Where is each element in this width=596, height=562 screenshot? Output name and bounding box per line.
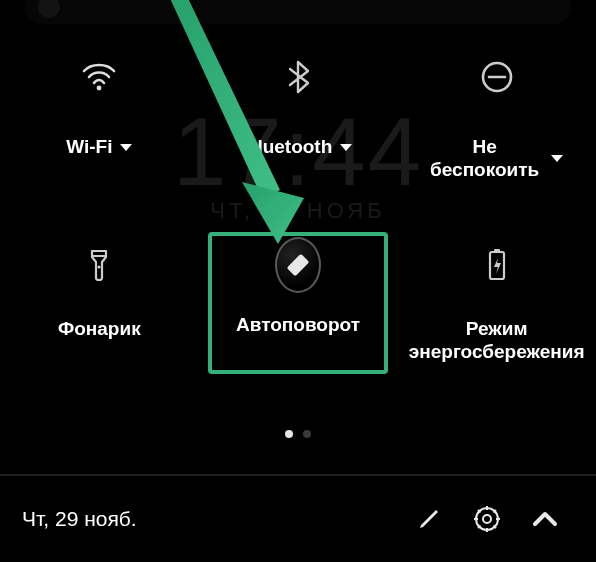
qs-tile-label: Фонарик bbox=[58, 318, 141, 341]
page-dot bbox=[285, 430, 293, 438]
google-g-icon bbox=[38, 0, 60, 18]
qs-tile-wifi[interactable]: Wi-Fi bbox=[5, 40, 193, 210]
qs-tile-battery-saver[interactable]: Режим энергосбережения bbox=[403, 210, 591, 380]
qs-tile-label: Не беспокоить bbox=[430, 136, 539, 182]
qs-tile-label: Автоповорот bbox=[236, 314, 360, 337]
google-search-bar[interactable] bbox=[24, 0, 572, 24]
qs-tile-flashlight[interactable]: Фонарик bbox=[5, 210, 193, 380]
flashlight-icon bbox=[76, 242, 122, 288]
qs-tile-label: Wi-Fi bbox=[66, 136, 112, 159]
svg-point-4 bbox=[98, 265, 101, 268]
collapse-button[interactable] bbox=[516, 510, 574, 528]
qs-tile-label: Режим энергосбережения bbox=[409, 318, 585, 364]
qs-footer: Чт, 29 нояб. bbox=[0, 476, 596, 562]
edit-button[interactable] bbox=[400, 507, 458, 531]
wifi-icon bbox=[76, 54, 122, 100]
svg-rect-5 bbox=[287, 254, 310, 277]
footer-date[interactable]: Чт, 29 нояб. bbox=[22, 507, 400, 531]
dnd-icon bbox=[474, 54, 520, 100]
qs-tile-autorotate[interactable]: Автоповорот bbox=[204, 210, 392, 380]
qs-tile-dnd[interactable]: Не беспокоить bbox=[403, 40, 591, 210]
pencil-icon bbox=[417, 507, 441, 531]
svg-point-11 bbox=[483, 515, 491, 523]
svg-rect-7 bbox=[494, 249, 500, 253]
qs-tile-bluetooth[interactable]: Bluetooth bbox=[204, 40, 392, 210]
chevron-up-icon bbox=[531, 510, 559, 528]
gear-icon bbox=[474, 506, 500, 532]
chevron-down-icon[interactable] bbox=[120, 144, 132, 151]
qs-tile-label: Bluetooth bbox=[244, 136, 333, 159]
qs-page-indicator bbox=[0, 430, 596, 438]
page-dot bbox=[303, 430, 311, 438]
svg-point-0 bbox=[97, 86, 102, 91]
chevron-down-icon[interactable] bbox=[551, 155, 563, 162]
autorotate-icon bbox=[275, 237, 321, 293]
settings-button[interactable] bbox=[458, 506, 516, 532]
bluetooth-icon bbox=[275, 54, 321, 100]
chevron-down-icon[interactable] bbox=[340, 144, 352, 151]
battery-icon bbox=[474, 242, 520, 288]
